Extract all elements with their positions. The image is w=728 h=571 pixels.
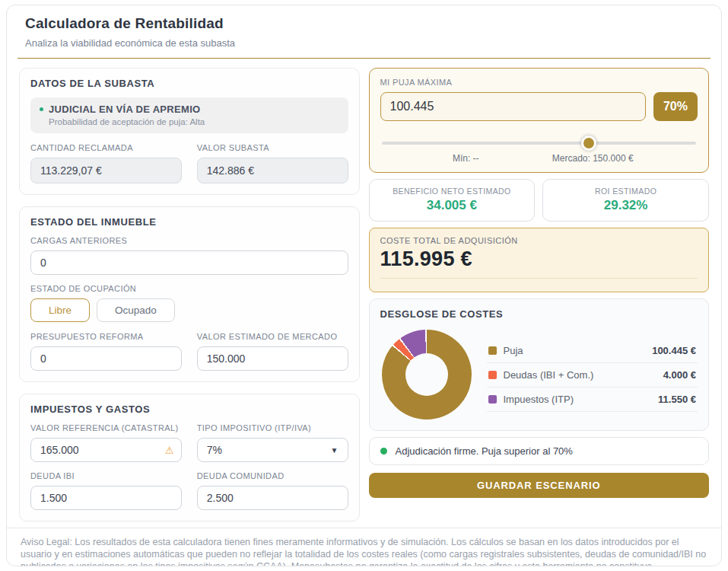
tipo-impositivo-select[interactable]: 7% ▼ — [197, 438, 348, 462]
deuda-ibi-label: DEUDA IBI — [30, 471, 182, 480]
slider-mercado-label: Mercado: 150.000 € — [552, 153, 634, 164]
donut-hole — [405, 353, 448, 396]
legend-value: 100.445 € — [652, 345, 696, 356]
legend-label: Puja — [504, 345, 523, 356]
beneficio-neto-label: BENEFICIO NETO ESTIMADO — [376, 187, 529, 196]
cost-breakdown-chart — [382, 330, 472, 419]
legend-row-deudas: Deudas (IBI + Com.) 4.000 € — [487, 363, 698, 388]
estado-ocupacion-label: ESTADO DE OCUPACIÓN — [30, 284, 348, 293]
presupuesto-reforma-label: PRESUPUESTO REFORMA — [30, 332, 182, 341]
valor-mercado-label: VALOR ESTIMADO DE MERCADO — [197, 332, 348, 341]
presupuesto-reforma-input[interactable] — [30, 346, 182, 371]
legend-chip-icon — [488, 371, 497, 379]
header: Calculadora de Rentabilidad Analiza la v… — [7, 5, 721, 49]
coste-total-value: 115.995 € — [380, 247, 698, 271]
roi-label: ROI ESTIMADO — [549, 187, 702, 196]
chart-legend: Puja 100.445 € Deudas (IBI + Com.) 4.000… — [487, 339, 698, 412]
ocupacion-toggle-group: Libre Ocupado — [30, 298, 348, 322]
legend-name: Deudas (IBI + Com.) — [488, 369, 594, 381]
legend-label: Impuestos (ITP) — [504, 394, 574, 405]
tipo-impositivo-value: 7% — [207, 444, 222, 456]
roi-value: 29.32% — [549, 198, 702, 213]
beneficio-neto-card: BENEFICIO NETO ESTIMADO 34.005 € — [369, 179, 536, 222]
panel-title-inmueble: ESTADO DEL INMUEBLE — [30, 216, 348, 228]
slider-min-label: Mín: -- — [453, 153, 479, 164]
mi-puja-input[interactable] — [380, 92, 646, 121]
puja-percent-badge: 70% — [653, 92, 698, 121]
slider-track[interactable] — [382, 142, 697, 145]
right-column: MI PUJA MÁXIMA 70% Mín: -- Mercado: 150.… — [369, 68, 710, 498]
left-column: DATOS DE LA SUBASTA JUDICIAL EN VÍA DE A… — [19, 68, 360, 522]
legend-value: 4.000 € — [663, 369, 696, 381]
beneficio-neto-value: 34.005 € — [376, 198, 529, 213]
panel-title-datos: DATOS DE LA SUBASTA — [30, 78, 348, 89]
legend-chip-icon — [488, 395, 497, 404]
adjudication-status-text: Adjudicación firme. Puja superior al 70% — [396, 445, 573, 457]
legal-disclaimer: Aviso Legal: Los resultados de esta calc… — [7, 528, 721, 566]
valor-referencia-label: VALOR REFERENCIA (CATASTRAL) — [30, 423, 182, 432]
calculator-card: Calculadora de Rentabilidad Analiza la v… — [6, 5, 722, 566]
green-status-dot-icon — [380, 448, 387, 455]
coste-divider — [380, 278, 698, 289]
valor-mercado-input[interactable] — [197, 346, 348, 371]
tipo-impositivo-label: TIPO IMPOSITIVO (ITP/IVA) — [197, 423, 348, 432]
legend-chip-icon — [488, 346, 497, 355]
panel-estado-inmueble: ESTADO DEL INMUEBLE CARGAS ANTERIORES ES… — [19, 206, 360, 382]
deuda-ibi-field: DEUDA IBI — [30, 471, 182, 510]
chevron-down-icon: ▼ — [331, 446, 339, 455]
acceptance-probability: Probabilidad de aceptación de puja: Alta — [49, 117, 339, 126]
legend-name: Impuestos (ITP) — [488, 394, 574, 405]
roi-card: ROI ESTIMADO 29.32% — [542, 179, 709, 222]
panel-impuestos-gastos: IMPUESTOS Y GASTOS VALOR REFERENCIA (CAT… — [19, 394, 360, 522]
coste-total-label: COSTE TOTAL DE ADQUISICIÓN — [380, 236, 698, 245]
auction-type-label: JUDICIAL EN VÍA DE APREMIO — [49, 104, 200, 115]
panel-desglose-costes: DESGLOSE DE COSTES Puja 100.445 € — [369, 298, 710, 431]
deuda-comunidad-field: DEUDA COMUNIDAD — [197, 471, 348, 510]
panel-title-desglose: DESGLOSE DE COSTES — [380, 308, 698, 320]
mi-puja-label: MI PUJA MÁXIMA — [380, 78, 698, 87]
warning-icon: ⚠ — [165, 445, 174, 456]
panel-mi-puja: MI PUJA MÁXIMA 70% Mín: -- Mercado: 150.… — [369, 68, 710, 173]
deuda-comunidad-input[interactable] — [197, 486, 348, 510]
slider-thumb[interactable] — [581, 136, 596, 151]
page-subtitle: Analiza la viabilidad económica de esta … — [25, 37, 703, 49]
valor-subasta-label: VALOR SUBASTA — [197, 143, 348, 152]
cantidad-reclamada-field: CANTIDAD RECLAMADA 113.229,07 € — [30, 143, 182, 183]
deuda-ibi-input[interactable] — [30, 486, 182, 510]
auction-type-box: JUDICIAL EN VÍA DE APREMIO Probabilidad … — [30, 97, 348, 133]
valor-subasta-value: 142.886 € — [197, 158, 348, 183]
deuda-comunidad-label: DEUDA COMUNIDAD — [197, 471, 348, 480]
puja-slider[interactable] — [382, 136, 697, 150]
toggle-libre[interactable]: Libre — [30, 298, 90, 322]
cantidad-reclamada-value: 113.229,07 € — [30, 158, 182, 183]
presupuesto-reforma-field: PRESUPUESTO REFORMA — [30, 332, 182, 371]
auction-type: JUDICIAL EN VÍA DE APREMIO — [40, 104, 339, 115]
toggle-ocupado[interactable]: Ocupado — [97, 298, 175, 322]
panel-datos-subasta: DATOS DE LA SUBASTA JUDICIAL EN VÍA DE A… — [19, 68, 360, 195]
legend-row-puja: Puja 100.445 € — [487, 339, 698, 363]
panel-title-impuestos: IMPUESTOS Y GASTOS — [30, 404, 348, 415]
cantidad-reclamada-label: CANTIDAD RECLAMADA — [30, 143, 182, 152]
tipo-impositivo-field: TIPO IMPOSITIVO (ITP/IVA) 7% ▼ — [197, 423, 348, 462]
legend-label: Deudas (IBI + Com.) — [504, 369, 594, 381]
status-dot-icon — [40, 107, 43, 111]
valor-referencia-field: VALOR REFERENCIA (CATASTRAL) ⚠ — [30, 423, 182, 462]
cargas-anteriores-input[interactable] — [30, 250, 348, 275]
valor-subasta-field: VALOR SUBASTA 142.886 € — [197, 143, 348, 183]
legend-name: Puja — [488, 345, 523, 356]
guardar-escenario-button[interactable]: GUARDAR ESCENARIO — [369, 473, 710, 498]
legend-value: 11.550 € — [658, 394, 696, 405]
cargas-anteriores-label: CARGAS ANTERIORES — [30, 236, 348, 245]
main-content: DATOS DE LA SUBASTA JUDICIAL EN VÍA DE A… — [7, 59, 721, 528]
coste-total-card: COSTE TOTAL DE ADQUISICIÓN 115.995 € — [369, 228, 710, 292]
legend-row-impuestos: Impuestos (ITP) 11.550 € — [487, 388, 698, 412]
page-title: Calculadora de Rentabilidad — [25, 15, 703, 32]
adjudication-status: Adjudicación firme. Puja superior al 70% — [369, 437, 710, 465]
valor-mercado-field: VALOR ESTIMADO DE MERCADO — [197, 332, 348, 371]
valor-referencia-input[interactable] — [30, 438, 182, 462]
